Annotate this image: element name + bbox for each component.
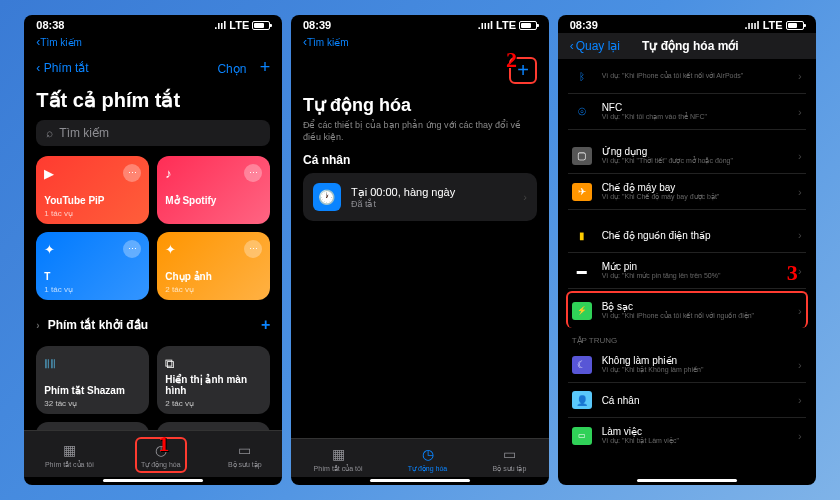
add-icon[interactable]: +	[261, 316, 270, 334]
trigger-personal[interactable]: 👤 Cá nhân ›	[568, 383, 806, 418]
trigger-low-power[interactable]: ▮ Chế độ nguồn điện thấp ›	[568, 218, 806, 253]
annotation-1: 1	[158, 431, 169, 457]
tile-shazam[interactable]: ⫴⫴ Phím tắt Shazam 32 tác vụ	[36, 346, 149, 414]
person-icon: 👤	[572, 391, 592, 409]
phone-screen-1: 08:38 .ııl LTE ‹ Tìm kiếm ‹ Phím tắt Chọ…	[24, 15, 282, 485]
home-indicator[interactable]	[103, 479, 203, 482]
tile-gif[interactable]: ▭ Tạo tệp GIF	[36, 422, 149, 430]
more-icon[interactable]: ⋯	[123, 240, 141, 258]
back-row[interactable]: ‹ Tìm kiếm	[24, 33, 282, 51]
home-indicator[interactable]	[370, 479, 470, 482]
bluetooth-icon: ᛒ	[572, 67, 592, 85]
tile-t[interactable]: ✦ ⋯ T 1 tác vụ	[36, 232, 149, 300]
app-icon: ▢	[572, 147, 592, 165]
back-button[interactable]: ‹ Quay lại	[570, 39, 620, 53]
phone-screen-2: 08:39 .ıııl LTE ‹ Tìm kiếm + Tự động hóa…	[291, 15, 549, 485]
nav-bar: ‹ Quay lại Tự động hóa mới	[558, 33, 816, 59]
battery-level-icon: ▬	[572, 262, 592, 280]
add-button[interactable]: +	[260, 57, 271, 77]
trigger-dnd[interactable]: ☾ Không làm phiềnVí dụ: "Khi bật Không l…	[568, 347, 806, 383]
spotify-icon: ♪	[165, 166, 172, 181]
trigger-work[interactable]: ▭ Làm việcVí dụ: "Khi bật Làm việc" ›	[568, 418, 806, 453]
breadcrumb[interactable]: ‹ Phím tắt	[36, 61, 88, 75]
tiles-grid: ▶ ⋯ YouTube PiP 1 tác vụ ♪ ⋯ Mở Spotify …	[36, 156, 270, 300]
group-label: TẬP TRUNG	[568, 336, 806, 345]
grid-icon: ▦	[328, 445, 348, 463]
play-icon: ▶	[44, 166, 54, 181]
status-bar: 08:39 .ıııl LTE	[558, 15, 816, 33]
more-icon[interactable]: ⋯	[244, 164, 262, 182]
sparkle-icon: ✦	[165, 242, 176, 257]
time: 08:38	[36, 19, 64, 31]
tile-qr[interactable]: ▦ Tạo mã QR	[157, 422, 270, 430]
chevron-right-icon: ›	[798, 265, 802, 277]
search-input[interactable]: ⌕ Tìm kiếm	[36, 120, 270, 146]
work-icon: ▭	[572, 427, 592, 445]
chevron-right-icon: ›	[798, 430, 802, 442]
trigger-airplane[interactable]: ✈ Chế độ máy bayVí dụ: "Khi Chế độ máy b…	[568, 174, 806, 210]
chevron-right-icon: ›	[798, 394, 802, 406]
trigger-nfc[interactable]: ⦾ NFCVí dụ: "Khi tôi chạm vào thẻ NFC" ›	[568, 94, 806, 130]
tile-camera[interactable]: ✦ ⋯ Chụp ảnh 2 tác vụ	[157, 232, 270, 300]
chevron-right-icon: ›	[798, 359, 802, 371]
home-indicator[interactable]	[637, 479, 737, 482]
screenshot-icon: ⧉	[165, 356, 174, 372]
tab-gallery[interactable]: ▭ Bộ sưu tập	[228, 441, 262, 469]
chevron-right-icon: ›	[798, 70, 802, 82]
chevron-right-icon: ›	[798, 106, 802, 118]
status-bar: 08:38 .ııl LTE	[24, 15, 282, 33]
header-row: ‹ Phím tắt Chọn +	[36, 51, 270, 84]
choose-button[interactable]: Chọn	[217, 62, 246, 76]
nfc-icon: ⦾	[572, 103, 592, 121]
chevron-right-icon: ›	[798, 229, 802, 241]
status-right: .ıııl LTE	[478, 19, 537, 31]
nav-title: Tự động hóa mới	[642, 39, 739, 53]
airplane-icon: ✈	[572, 183, 592, 201]
header-actions: Chọn +	[217, 57, 270, 78]
chevron-left-icon: ‹	[570, 39, 574, 53]
grid-icon: ▦	[59, 441, 79, 459]
search-icon: ⌕	[46, 126, 53, 140]
clock-icon: 🕐	[313, 183, 341, 211]
chevron-right-icon: ›	[798, 186, 802, 198]
signal-text: .ııl	[214, 19, 226, 31]
subtitle: Để các thiết bị của bạn phản ứng với các…	[303, 120, 537, 143]
status-bar: 08:39 .ıııl LTE	[291, 15, 549, 33]
battery-icon	[252, 21, 270, 30]
page-title: Tất cả phím tắt	[36, 88, 270, 112]
tab-automation[interactable]: ◷ Tự động hóa	[408, 445, 448, 473]
tile-youtube-pip[interactable]: ▶ ⋯ YouTube PiP 1 tác vụ	[36, 156, 149, 224]
tile-screenshot[interactable]: ⧉ Hiển thị ảnh màn hình 2 tác vụ	[157, 346, 270, 414]
chevron-right-icon: ›	[798, 305, 802, 317]
tab-shortcuts[interactable]: ▦ Phím tắt của tôi	[45, 441, 94, 469]
phone-screen-3: 08:39 .ıııl LTE ‹ Quay lại Tự động hóa m…	[558, 15, 816, 485]
time: 08:39	[303, 19, 331, 31]
moon-icon: ☾	[572, 356, 592, 374]
section-header[interactable]: › Phím tắt khởi đầu +	[36, 310, 270, 340]
battery-icon	[786, 21, 804, 30]
trigger-bluetooth[interactable]: ᛒ Ví dụ: "Khi iPhone của tôi kết nối với…	[568, 59, 806, 94]
search-placeholder: Tìm kiếm	[59, 126, 109, 140]
trigger-app[interactable]: ▢ Ứng dụngVí dụ: "Khi "Thời tiết" được m…	[568, 138, 806, 174]
status-right: .ıııl LTE	[744, 19, 803, 31]
charger-icon: ⚡	[572, 302, 592, 320]
header-row: +	[303, 51, 537, 90]
chevron-right-icon: ›	[523, 191, 527, 203]
tile-spotify[interactable]: ♪ ⋯ Mở Spotify	[157, 156, 270, 224]
automation-card[interactable]: 🕐 Tại 00:00, hàng ngày Đã tắt ›	[303, 173, 537, 221]
tab-shortcuts[interactable]: ▦ Phím tắt của tôi	[314, 445, 363, 473]
sparkle-icon: ✦	[44, 242, 55, 257]
more-icon[interactable]: ⋯	[244, 240, 262, 258]
tab-gallery[interactable]: ▭ Bộ sưu tập	[493, 445, 527, 473]
chevron-right-icon: ›	[798, 150, 802, 162]
trigger-battery[interactable]: ▬ Mức pinVí dụ: "Khi mức pin tăng lên tr…	[568, 253, 806, 289]
page-title: Tự động hóa	[303, 94, 537, 116]
tab-bar: ▦ Phím tắt của tôi ◷ Tự động hóa ▭ Bộ sư…	[24, 430, 282, 477]
trigger-charger[interactable]: ⚡ Bộ sạcVí dụ: "Khi iPhone của tôi kết n…	[566, 291, 808, 328]
gallery-icon: ▭	[499, 445, 519, 463]
annotation-3: 3	[787, 260, 798, 286]
gallery-icon: ▭	[235, 441, 255, 459]
more-icon[interactable]: ⋯	[123, 164, 141, 182]
annotation-2: 2	[506, 47, 517, 73]
battery-icon	[519, 21, 537, 30]
